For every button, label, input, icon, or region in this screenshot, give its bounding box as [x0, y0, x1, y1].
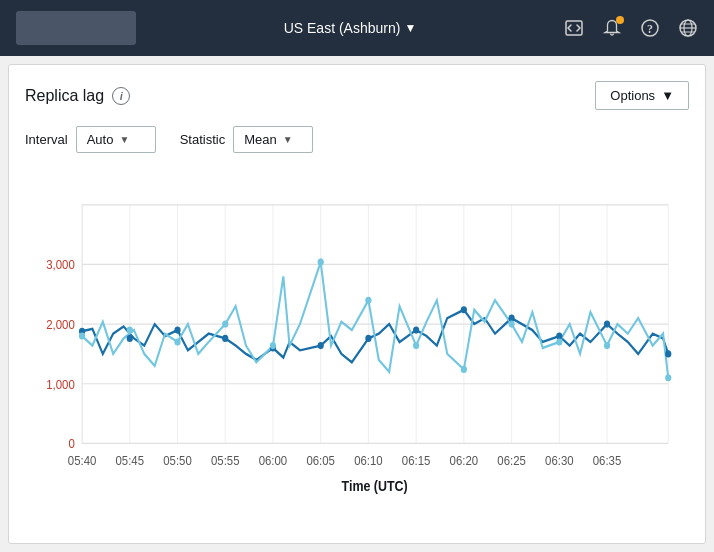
svg-text:?: ? [647, 22, 653, 36]
svg-point-47 [270, 342, 276, 349]
svg-point-46 [222, 321, 228, 328]
navbar-center: US East (Ashburn) ▼ [148, 20, 552, 36]
header-row: Replica lag i Options ▼ [25, 81, 689, 110]
navbar: US East (Ashburn) ▼ ? [0, 0, 714, 56]
help-icon[interactable]: ? [640, 18, 660, 38]
svg-point-37 [413, 326, 419, 333]
options-chevron-icon: ▼ [661, 88, 674, 103]
svg-point-48 [318, 258, 324, 265]
info-icon[interactable]: i [112, 87, 130, 105]
svg-point-52 [508, 321, 514, 328]
title-area: Replica lag i [25, 87, 130, 105]
region-label: US East (Ashburn) [284, 20, 401, 36]
interval-control: Interval Auto ▼ [25, 126, 156, 153]
svg-point-41 [604, 321, 610, 328]
svg-text:05:50: 05:50 [163, 453, 192, 468]
statistic-chevron-icon: ▼ [283, 134, 293, 145]
region-selector[interactable]: US East (Ashburn) ▼ [284, 20, 417, 36]
interval-label: Interval [25, 132, 68, 147]
chart-container: 0 1,000 2,000 3,000 [25, 169, 689, 515]
svg-text:06:30: 06:30 [545, 453, 574, 468]
logo [16, 11, 136, 45]
code-icon[interactable] [564, 18, 584, 38]
svg-point-54 [604, 342, 610, 349]
controls-row: Interval Auto ▼ Statistic Mean ▼ [25, 126, 689, 153]
bell-icon[interactable] [602, 18, 622, 38]
svg-text:06:25: 06:25 [497, 453, 526, 468]
svg-point-44 [127, 326, 133, 333]
svg-point-32 [174, 326, 180, 333]
navbar-icons: ? [564, 18, 698, 38]
svg-point-50 [413, 342, 419, 349]
svg-text:06:00: 06:00 [259, 453, 288, 468]
svg-point-38 [461, 306, 467, 313]
svg-text:05:40: 05:40 [68, 453, 97, 468]
svg-point-35 [318, 342, 324, 349]
svg-point-49 [365, 297, 371, 304]
svg-text:06:35: 06:35 [593, 453, 622, 468]
svg-text:Time (UTC): Time (UTC) [342, 478, 408, 494]
svg-text:06:15: 06:15 [402, 453, 431, 468]
chevron-down-icon: ▼ [404, 21, 416, 35]
svg-text:06:05: 06:05 [306, 453, 335, 468]
svg-text:06:10: 06:10 [354, 453, 383, 468]
interval-chevron-icon: ▼ [119, 134, 129, 145]
svg-point-42 [665, 350, 671, 357]
svg-point-43 [79, 332, 85, 339]
svg-text:0: 0 [68, 436, 74, 451]
statistic-label: Statistic [180, 132, 226, 147]
options-button[interactable]: Options ▼ [595, 81, 689, 110]
svg-text:1,000: 1,000 [46, 377, 75, 392]
svg-point-36 [365, 335, 371, 342]
svg-point-45 [174, 338, 180, 345]
svg-point-51 [461, 366, 467, 373]
globe-icon[interactable] [678, 18, 698, 38]
interval-select[interactable]: Auto ▼ [76, 126, 156, 153]
svg-point-33 [222, 335, 228, 342]
page-title: Replica lag [25, 87, 104, 105]
svg-text:3,000: 3,000 [46, 257, 75, 272]
chart-svg: 0 1,000 2,000 3,000 [25, 169, 689, 515]
svg-text:06:20: 06:20 [450, 453, 479, 468]
svg-point-55 [665, 374, 671, 381]
svg-text:05:45: 05:45 [116, 453, 145, 468]
svg-point-53 [556, 338, 562, 345]
statistic-control: Statistic Mean ▼ [180, 126, 314, 153]
main-content: Replica lag i Options ▼ Interval Auto ▼ … [8, 64, 706, 544]
svg-point-31 [127, 335, 133, 342]
svg-text:05:55: 05:55 [211, 453, 240, 468]
svg-text:2,000: 2,000 [46, 317, 75, 332]
statistic-select[interactable]: Mean ▼ [233, 126, 313, 153]
